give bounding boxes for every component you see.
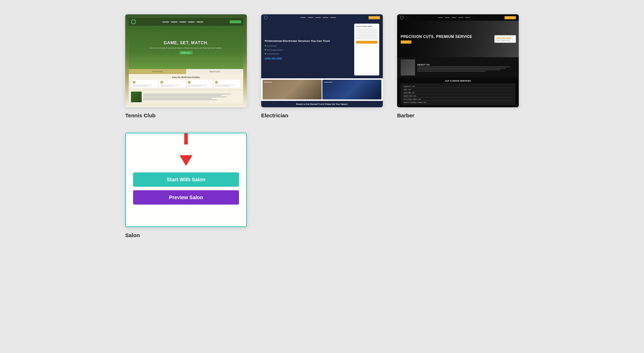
barber-phone-sub: Sunday - Friday: 9am - 6pm (496, 40, 514, 41)
elec-check-text-2: 24/7 Emergency Services (267, 49, 283, 51)
tennis-bottom-section (129, 90, 243, 104)
elec-form-title: Get a Free Quote Online (356, 25, 377, 27)
tennis-book-btn: Book A Court (186, 69, 244, 74)
start-with-salon-button[interactable]: Start With Salon (133, 172, 239, 187)
elec-form-field-2 (356, 31, 377, 34)
elec-check-3: Licensed & Insured (265, 53, 352, 55)
barber-service-5: HOT TOWEL SHAVE - $30 (404, 98, 512, 101)
barber-card[interactable]: BOOK NOW PRECISION CUTS, PREMIUM SERVICE… (397, 14, 519, 118)
barber-hero-btn: Book Now (401, 40, 411, 44)
barber-nav-cta: BOOK NOW (504, 16, 516, 19)
elec-hero: Professional Electrician Services You Ca… (261, 21, 383, 78)
salon-card[interactable]: Start With Salon Preview Salon Salon (125, 133, 247, 238)
tennis-join-btn: Join The Club (129, 69, 186, 74)
tennis-club-card[interactable]: GAME, SET, MATCH. Join our community of … (125, 14, 247, 118)
barber-thumbnail[interactable]: BOOK NOW PRECISION CUTS, PREMIUM SERVICE… (397, 14, 519, 107)
barber-service-6: HAIRCUT & BEARD COMBO - $40 (404, 101, 512, 104)
elec-service-commercial: Commercial (322, 80, 381, 99)
elec-form-submit (356, 41, 377, 44)
preview-salon-button[interactable]: Preview Salon (133, 190, 239, 205)
barber-service-4: BEARD TRIM - $20 (404, 94, 512, 98)
salon-arrow-indicator (180, 155, 192, 166)
tennis-hero-btn: Explore More (180, 51, 192, 54)
elec-nav-links (300, 17, 336, 18)
barber-about-title: ABOUT US (417, 64, 515, 66)
electrician-card[interactable]: BOOK NOW Professional Electrician Servic… (261, 14, 383, 118)
elec-check-2: 24/7 Emergency Services (265, 49, 352, 51)
salon-popup: Start With Salon Preview Salon (126, 133, 246, 226)
elec-check-text-1: Fast & Reliable (267, 45, 277, 47)
arrow-head (180, 155, 192, 166)
tennis-logo-icon (131, 19, 136, 24)
tennis-hero: GAME, SET, MATCH. Join our community of … (129, 26, 243, 69)
elec-nav: BOOK NOW (261, 14, 383, 21)
tennis-nav-cta (230, 20, 241, 23)
barber-label: Barber (397, 112, 414, 118)
tennis-facilities-title: Enjoy Our World-Class Facilities (132, 76, 240, 78)
arrow-shaft (184, 133, 188, 144)
elec-service-res-label: Residential (264, 81, 272, 83)
tennis-facilities: Enjoy Our World-Class Facilities (129, 74, 243, 90)
barber-services-section: CUT & SHAVE SERVICES BLACKOUT - $30 FADE… (397, 78, 519, 107)
elec-nav-cta: BOOK NOW (369, 16, 380, 19)
electrician-label: Electrician (261, 112, 288, 118)
elec-form-field-3 (356, 34, 377, 36)
barber-logo-icon (400, 16, 404, 19)
salon-label: Salon (125, 232, 140, 238)
tennis-hero-title: GAME, SET, MATCH. (164, 40, 209, 45)
elec-phone: (255) 352-6258 (265, 57, 352, 60)
tennis-club-label: Tennis Club (125, 112, 156, 118)
elec-hero-left: Professional Electrician Services You Ca… (265, 24, 352, 75)
elec-check-text-3: Licensed & Insured (267, 53, 279, 55)
elec-form-field-4 (356, 37, 377, 39)
tennis-facilities-grid (132, 80, 240, 88)
barber-services-title: CUT & SHAVE SERVICES (401, 80, 515, 82)
tennis-hero-subtitle: Join our community of passionate players… (150, 47, 222, 49)
elec-hero-title: Professional Electrician Services You Ca… (265, 39, 352, 43)
electrician-thumbnail[interactable]: BOOK NOW Professional Electrician Servic… (261, 14, 383, 107)
barber-hero: PRECISION CUTS, PREMIUM SERVICE Book Now… (397, 21, 519, 57)
barber-nav-links (438, 17, 470, 18)
barber-about-text: ABOUT US (417, 59, 515, 75)
tennis-action-buttons: Join The Club Book A Court (129, 69, 243, 74)
elec-service-residential: Residential (263, 80, 322, 99)
tennis-nav (129, 18, 243, 26)
elec-check-1: Fast & Reliable (265, 45, 352, 47)
elec-form-field-1 (356, 29, 377, 31)
barber-phone-box: (255) 352-6258 Sunday - Friday: 9am - 6p… (494, 35, 516, 43)
elec-services: Residential Commercial (261, 78, 383, 101)
barber-service-3: HAIR TRIM - $20 (404, 91, 512, 94)
barber-nav: BOOK NOW (397, 14, 519, 21)
elec-cta-text: Ready to Get Started? Let's Power Up You… (265, 103, 379, 105)
barber-services-list: BLACKOUT - $30 FADE - $25 HAIR TRIM - $2… (401, 83, 515, 105)
elec-service-com-label: Commercial (324, 81, 332, 83)
tennis-bottom-text (143, 92, 241, 102)
barber-about-section: ABOUT US (397, 57, 519, 78)
barber-phone-number: (255) 352-6258 (496, 37, 514, 39)
salon-thumbnail[interactable]: Start With Salon Preview Salon (125, 133, 247, 227)
tennis-club-thumbnail[interactable]: GAME, SET, MATCH. Join our community of … (125, 14, 247, 107)
elec-form: Get a Free Quote Online (354, 24, 379, 75)
tennis-bottom-image (131, 92, 142, 102)
elec-logo-icon (264, 16, 268, 19)
barber-service-1: BLACKOUT - $30 (404, 85, 512, 88)
barber-service-2: FADE - $25 (404, 88, 512, 91)
barber-about-image (401, 59, 415, 75)
tennis-nav-links (162, 21, 203, 23)
elec-cta: Ready to Get Started? Let's Power Up You… (261, 101, 383, 107)
